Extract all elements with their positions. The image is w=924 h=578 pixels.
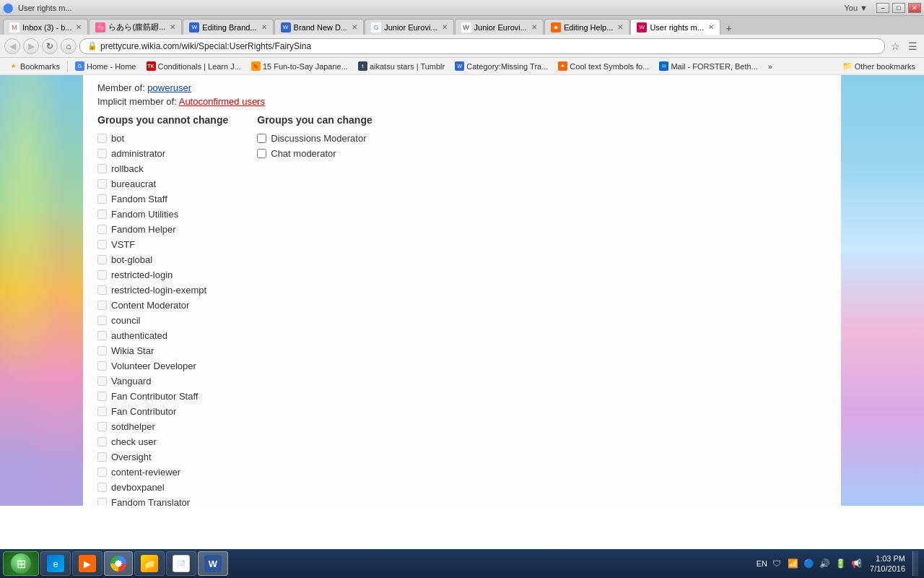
- bookmark-conditionals[interactable]: TK Conditionals | Learn J...: [142, 60, 245, 72]
- bookmark-category-icon: W: [455, 61, 464, 71]
- tab-editing-help-favicon: ★: [551, 22, 561, 33]
- bookmark-aikatsu-label: aikatsu stars | Tumblr: [370, 62, 445, 71]
- bookmark-home[interactable]: G Home - Home: [71, 60, 140, 72]
- group-chat-moderator[interactable]: Chat moderator: [257, 148, 372, 159]
- home-button[interactable]: ⌂: [61, 38, 77, 54]
- group-chat-moderator-checkbox[interactable]: [257, 149, 266, 158]
- bookmark-cooltext[interactable]: ✦ Cool text Symbols fo...: [554, 60, 653, 72]
- show-desktop-button[interactable]: [912, 551, 918, 576]
- bm-sep1: [67, 61, 68, 72]
- tab-user-rights[interactable]: W User rights m... ✕: [630, 19, 720, 35]
- group-authenticated: authenticated: [97, 330, 228, 341]
- tab-junior2[interactable]: W Junior Eurovi... ✕: [455, 19, 544, 35]
- group-devboxpanel: devboxpanel: [97, 482, 228, 493]
- taskbar-notepad[interactable]: 📄: [166, 551, 196, 576]
- other-bookmarks[interactable]: 📁 Other bookmarks: [838, 60, 920, 72]
- group-restricted-login: restricted-login: [97, 269, 228, 280]
- user-label: You ▼: [844, 4, 868, 12]
- implicit-member-line: Implicit member of: Autoconfirmed users: [97, 96, 827, 107]
- member-of-group[interactable]: poweruser: [147, 82, 191, 93]
- tray-battery: 🔋: [834, 557, 847, 570]
- browser-logo: ⬤: [3, 2, 14, 13]
- close-button[interactable]: ✕: [908, 3, 921, 13]
- taskbar-chrome[interactable]: [104, 551, 133, 576]
- group-content-moderator: Content Moderator: [97, 300, 228, 311]
- system-clock[interactable]: 1:03 PM 7/10/2016: [866, 553, 910, 574]
- group-check-user-label: check user: [111, 436, 157, 447]
- bookmark-category[interactable]: W Category:Missing Tra...: [450, 60, 552, 72]
- tab-junior1-close[interactable]: ✕: [442, 23, 448, 31]
- left-anime-art: [0, 75, 83, 506]
- chrome-menu-icon[interactable]: ☰: [905, 39, 920, 53]
- tab-editing-brand-favicon: W: [189, 22, 199, 33]
- tab-anime-close[interactable]: ✕: [170, 23, 175, 31]
- bookmark-mail-label: Mail - FORSTER, Beth...: [671, 62, 757, 71]
- tab-gmail-close[interactable]: ✕: [76, 23, 82, 31]
- group-bureaucrat: bureaucrat: [97, 178, 228, 189]
- taskbar-explorer[interactable]: 📁: [134, 551, 165, 576]
- group-rollback: rollback: [97, 163, 228, 174]
- bookmark-15fun[interactable]: 🔖 15 Fun-to-Say Japane...: [247, 60, 352, 72]
- content-inner: Member of: poweruser Implicit member of:…: [83, 75, 841, 506]
- tab-editing-brand-label: Editing Brand...: [202, 23, 256, 32]
- taskbar-music[interactable]: ▶: [72, 551, 103, 576]
- start-button[interactable]: ⊞: [3, 551, 39, 576]
- tab-editing-brand-close[interactable]: ✕: [261, 23, 267, 31]
- tray-audio: 🔊: [818, 557, 831, 570]
- implicit-group-link[interactable]: Autoconfirmed users: [179, 96, 265, 107]
- group-bureaucrat-checkbox: [97, 179, 107, 189]
- taskbar-word[interactable]: W: [198, 551, 228, 576]
- maximize-button[interactable]: □: [892, 3, 905, 13]
- tab-editing-help[interactable]: ★ Editing Help... ✕: [544, 19, 629, 35]
- bookmark-more[interactable]: »: [764, 61, 777, 72]
- right-decoration: [841, 75, 924, 506]
- group-discussions-moderator-checkbox[interactable]: [257, 134, 266, 143]
- tab-anime-favicon: ら: [95, 22, 105, 33]
- group-wikia-star-label: Wikia Star: [111, 345, 154, 356]
- bookmark-cooltext-icon: ✦: [558, 61, 567, 71]
- group-bot-global: bot-global: [97, 254, 228, 265]
- bookmark-star-icon[interactable]: ☆: [888, 39, 902, 53]
- bookmark-bookmarks-label: Bookmarks: [20, 62, 60, 71]
- group-oversight: Oversight: [97, 452, 228, 462]
- tab-editing-help-label: Editing Help...: [564, 23, 613, 32]
- notepad-icon: 📄: [173, 555, 190, 572]
- tab-anime[interactable]: ら らあら(腹筋廻... ✕: [89, 19, 182, 35]
- group-vstf: VSTF: [97, 239, 228, 250]
- minimize-button[interactable]: –: [876, 3, 889, 13]
- taskbar-ie[interactable]: e: [40, 551, 71, 576]
- tab-junior2-favicon: W: [461, 22, 471, 33]
- tab-editing-brand[interactable]: W Editing Brand... ✕: [183, 19, 273, 35]
- tab-user-rights-label: User rights m...: [650, 23, 704, 32]
- group-content-moderator-checkbox: [97, 301, 107, 310]
- tab-brand-new-close[interactable]: ✕: [352, 23, 357, 31]
- bookmark-aikatsu[interactable]: t aikatsu stars | Tumblr: [354, 60, 449, 72]
- tab-junior2-label: Junior Eurovi...: [474, 23, 527, 32]
- tab-gmail[interactable]: M Inbox (3) - b... ✕: [3, 19, 88, 35]
- tab-brand-new[interactable]: W Brand New D... ✕: [274, 19, 365, 35]
- group-fandom-utilities-checkbox: [97, 210, 107, 219]
- group-bureaucrat-label: bureaucrat: [111, 178, 156, 189]
- bookmark-15fun-label: 15 Fun-to-Say Japane...: [263, 62, 348, 71]
- member-of-line: Member of: poweruser: [97, 82, 827, 93]
- group-fandom-translator-label: Fandom Translator: [111, 497, 190, 506]
- lang-indicator: EN: [757, 559, 767, 568]
- group-content-moderator-label: Content Moderator: [111, 300, 189, 311]
- back-button[interactable]: ◀: [4, 38, 20, 54]
- group-fandom-translator-checkbox: [97, 498, 107, 506]
- word-icon: W: [204, 555, 222, 572]
- tab-user-rights-close[interactable]: ✕: [708, 23, 714, 31]
- new-tab-button[interactable]: +: [721, 22, 737, 35]
- tab-junior1[interactable]: G Junior Eurovi... ✕: [365, 19, 453, 35]
- url-bar[interactable]: 🔒 prettycure.wikia.com/wiki/Special:User…: [79, 38, 885, 54]
- groups-cannot-change-title: Groups you cannot change: [97, 114, 228, 126]
- chrome-icon: [110, 556, 126, 571]
- bookmark-mail[interactable]: ✉ Mail - FORSTER, Beth...: [655, 60, 762, 72]
- group-discussions-moderator[interactable]: Discussions Moderator: [257, 133, 372, 144]
- refresh-button[interactable]: ↻: [42, 38, 58, 54]
- bookmark-bookmarks[interactable]: ★ Bookmarks: [4, 60, 64, 72]
- tab-junior2-close[interactable]: ✕: [531, 23, 537, 31]
- tab-editing-help-close[interactable]: ✕: [617, 23, 623, 31]
- forward-button[interactable]: ▶: [23, 38, 39, 54]
- group-sotdhelper-checkbox: [97, 422, 107, 431]
